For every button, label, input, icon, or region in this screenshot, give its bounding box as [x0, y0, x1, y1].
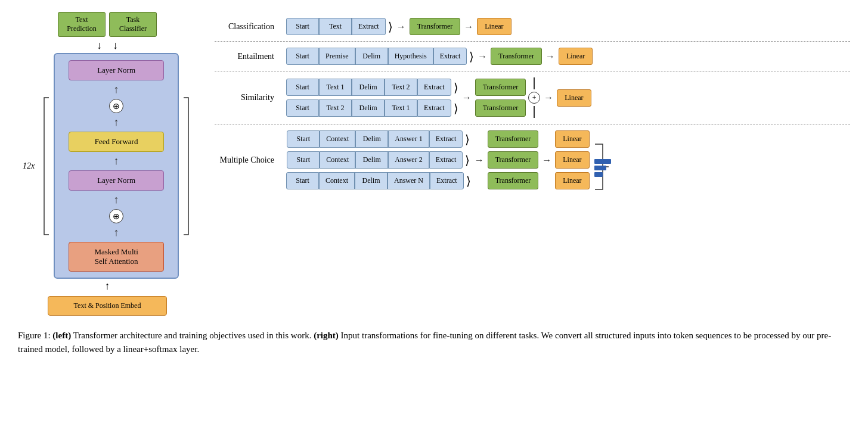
seq-extract: Extract — [429, 130, 463, 148]
similarity-label: Similarity — [215, 93, 280, 102]
multiple-choice-row: Multiple Choice Start Context Delim Answ… — [215, 124, 850, 195]
seq-extract: Extract — [433, 48, 467, 65]
mc-row-3: Start Context Delim Answer N Extract ⟩ — [286, 172, 471, 189]
entailment-label: Entailment — [215, 52, 280, 61]
classification-row: Classification Start Text Extract ⟩ → Tr… — [215, 12, 850, 42]
sim-row-2: Start Text 2 Delim Text 1 Extract ⟩ — [286, 99, 458, 117]
seq-text2: Text 2 — [319, 99, 352, 117]
entailment-content: Start Premise Delim Hypothesis Extract ⟩… — [286, 48, 593, 65]
sim-combine: + — [528, 77, 540, 118]
output-boxes: Text Prediction Task Classifier — [58, 12, 157, 37]
sim-seq-1: Start Text 1 Delim Text 2 Extract — [286, 79, 451, 96]
mc-seq-1: Start Context Delim Answer 1 Extract — [287, 130, 463, 148]
mc-label: Multiple Choice — [215, 155, 280, 165]
caption-left-bold: (left) — [52, 331, 71, 340]
arrow-mc2: → — [541, 155, 553, 166]
mc-row-2: Start Context Delim Answer 2 Extract ⟩ — [287, 151, 470, 169]
transformer-mc2: Transformer — [488, 151, 539, 169]
seq-extract: Extract — [429, 151, 463, 169]
seq-extract: Extract — [430, 172, 464, 189]
seq-context: Context — [319, 172, 355, 189]
arrow-2: → — [463, 21, 475, 32]
seq-delim: Delim — [355, 151, 388, 169]
seq-text: Text — [319, 18, 352, 35]
seq-answern: Answer N — [388, 172, 430, 189]
diagram-area: Text Prediction Task Classifier ↓ ↓ 12x … — [18, 12, 850, 316]
mc-content: Start Context Delim Answer 1 Extract ⟩ S… — [286, 130, 611, 189]
seq-delim: Delim — [355, 172, 388, 189]
transformer-2: Transformer — [491, 48, 542, 65]
seq-start: Start — [287, 130, 320, 148]
linear-1: Linear — [477, 18, 511, 35]
seq-text2: Text 2 — [385, 79, 417, 96]
mc-output-bars — [594, 159, 611, 177]
right-tasks: Classification Start Text Extract ⟩ → Tr… — [215, 12, 850, 195]
similarity-row: Similarity Start Text 1 Delim Text 2 Ext… — [215, 71, 850, 124]
seq-extract: Extract — [417, 79, 451, 96]
caption-prefix: Figure 1: — [18, 331, 52, 340]
feed-forward-box: Feed Forward — [69, 132, 164, 152]
task-classifier-box: Task Classifier — [109, 12, 157, 37]
seq-text1: Text 1 — [385, 99, 417, 117]
caption-right-bold: (right) — [314, 331, 339, 340]
transformer-3b: Transformer — [475, 99, 526, 117]
bar-2 — [594, 166, 606, 170]
repeat-label: 12x — [23, 161, 35, 171]
plus-2: ⊕ — [109, 209, 123, 223]
classification-label: Classification — [215, 22, 280, 32]
seq-delim: Delim — [355, 48, 388, 65]
classification-content: Start Text Extract ⟩ → Transformer → Lin… — [286, 18, 512, 35]
seq-start: Start — [286, 48, 319, 65]
seq-extract: Extract — [352, 18, 386, 35]
bar-3 — [594, 172, 603, 177]
caption: Figure 1: (left) Transformer architectur… — [18, 329, 841, 356]
seq-premise: Premise — [319, 48, 355, 65]
mc-sequences: Start Context Delim Answer 1 Extract ⟩ S… — [286, 130, 471, 189]
seq-delim: Delim — [352, 99, 385, 117]
transformer-1: Transformer — [410, 18, 461, 35]
seq-start: Start — [286, 172, 319, 189]
seq-start: Start — [286, 99, 319, 117]
layer-norm-1-box: Layer Norm — [69, 60, 164, 80]
text-prediction-box: Text Prediction — [58, 12, 106, 37]
sim-plus: + — [528, 92, 540, 104]
seq-answer1: Answer 1 — [388, 130, 429, 148]
similarity-content: Start Text 1 Delim Text 2 Extract ⟩ Star… — [286, 77, 591, 118]
seq-start: Start — [286, 79, 319, 96]
layer-norm-2-box: Layer Norm — [69, 170, 164, 191]
classification-sequence: Start Text Extract — [286, 18, 386, 35]
arrow-mc: → — [473, 155, 485, 166]
seq-delim: Delim — [352, 79, 385, 96]
linear-mc1: Linear — [555, 130, 589, 148]
arrow-6: → — [542, 92, 554, 103]
seq-answer2: Answer 2 — [388, 151, 429, 169]
mc-bracket-output — [592, 143, 611, 177]
embed-box: Text & Position Embed — [48, 296, 167, 316]
seq-text1: Text 1 — [319, 79, 352, 96]
seq-hypothesis: Hypothesis — [388, 48, 433, 65]
mc-transformers: Transformer Transformer Transformer — [488, 130, 539, 189]
arrow-4: → — [544, 51, 556, 62]
seq-start: Start — [287, 151, 320, 169]
linear-mc2: Linear — [555, 151, 589, 169]
arrow-5: → — [461, 92, 473, 103]
similarity-sequences: Start Text 1 Delim Text 2 Extract ⟩ Star… — [286, 79, 458, 117]
mc-seq-2: Start Context Delim Answer 2 Extract — [287, 151, 463, 169]
entailment-row: Entailment Start Premise Delim Hypothesi… — [215, 42, 850, 71]
mc-seq-3: Start Context Delim Answer N Extract — [286, 172, 464, 189]
linear-2: Linear — [559, 48, 593, 65]
sim-seq-2: Start Text 2 Delim Text 1 Extract — [286, 99, 451, 117]
seq-start: Start — [286, 18, 319, 35]
transformer-block: Layer Norm ↑ ⊕ ↑ Feed Forward ↑ Layer No… — [54, 53, 179, 279]
masked-attn-box: Masked Multi Self Attention — [69, 242, 164, 272]
arrow-1: → — [395, 21, 407, 32]
plus-1: ⊕ — [109, 99, 123, 113]
transformer-mc3: Transformer — [488, 172, 539, 189]
bar-1 — [594, 159, 611, 164]
seq-context: Context — [320, 130, 355, 148]
seq-context: Context — [320, 151, 355, 169]
sim-transformers: Transformer Transformer — [475, 79, 526, 117]
sim-row-1: Start Text 1 Delim Text 2 Extract ⟩ — [286, 79, 458, 96]
seq-extract: Extract — [417, 99, 451, 117]
caption-left-text: Transformer architecture and training ob… — [71, 331, 314, 340]
